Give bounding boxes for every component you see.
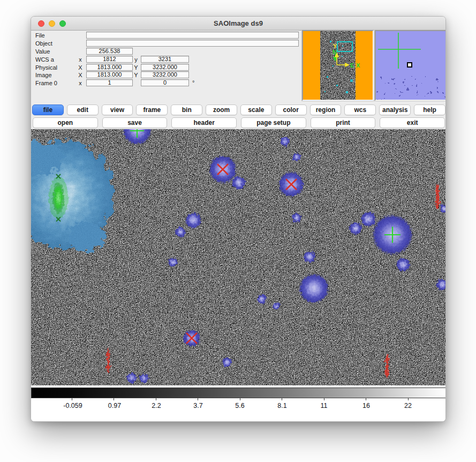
object-label: Object xyxy=(35,40,52,47)
zoom-button[interactable] xyxy=(59,20,66,27)
image-y-key: Y xyxy=(133,72,139,78)
colorbar-section: -0.059 0.97 2.2 3.7 5.6 8.1 11 16 22 xyxy=(31,385,446,422)
physical-y-field[interactable]: 3232.000 xyxy=(141,64,189,71)
frame-label: Frame 0 xyxy=(35,80,57,86)
title-bar[interactable]: SAOImage ds9 xyxy=(31,17,445,31)
app-window: SAOImage ds9 File Object Value 256.538 W… xyxy=(31,16,446,422)
star-blob xyxy=(280,137,290,146)
menu-analysis[interactable]: analysis xyxy=(379,105,411,115)
menu-view[interactable]: view xyxy=(102,105,133,115)
magnifier-panel[interactable] xyxy=(375,30,446,101)
degree-suffix: ° xyxy=(192,79,194,86)
wcs-x-key: x xyxy=(77,56,84,63)
image-x-key: X xyxy=(77,72,84,78)
open-button[interactable]: open xyxy=(33,117,98,128)
menu-bar: file edit view frame bin zoom scale colo… xyxy=(31,103,446,116)
image-y-field[interactable]: 3232.000 xyxy=(141,71,189,78)
star-blob xyxy=(168,257,178,267)
wcs-y-key: y xyxy=(133,56,139,63)
image-x-field[interactable]: 1813.000 xyxy=(86,71,133,78)
save-button[interactable]: save xyxy=(102,117,168,128)
window-title: SAOImage ds9 xyxy=(31,17,445,30)
star-blob xyxy=(257,294,267,304)
panner-panel[interactable]: Y N E X xyxy=(302,30,374,101)
star-blob xyxy=(232,176,246,190)
colorbar-tick xyxy=(72,398,72,400)
value-field[interactable]: 256.538 xyxy=(86,48,133,55)
physical-x-key: X xyxy=(77,64,84,71)
colorbar-label: 8.1 xyxy=(277,402,286,409)
object-field[interactable] xyxy=(86,40,299,47)
menu-bin[interactable]: bin xyxy=(171,105,202,115)
galaxy-core xyxy=(52,182,64,213)
colorbar[interactable] xyxy=(31,388,446,398)
star-blob xyxy=(292,153,301,161)
page-setup-button[interactable]: page setup xyxy=(241,117,306,128)
image-label: Image xyxy=(35,72,52,78)
file-label: File xyxy=(35,32,45,39)
colorbar-label: 2.2 xyxy=(152,402,161,409)
menu-frame[interactable]: frame xyxy=(136,105,168,115)
star-blob xyxy=(273,302,280,310)
frame-zoom-key: x xyxy=(77,80,84,86)
star-blob xyxy=(299,273,329,303)
menu-region[interactable]: region xyxy=(310,105,342,115)
minimize-button[interactable] xyxy=(49,20,55,27)
compass-x-label: X xyxy=(356,62,360,69)
wcs-x-field[interactable]: 1812 xyxy=(86,56,133,63)
close-button[interactable] xyxy=(38,20,44,27)
frame-rotation-field[interactable]: 0 xyxy=(141,79,189,86)
frame-zoom-field[interactable]: 1 xyxy=(86,79,133,86)
colorbar-tick xyxy=(156,398,156,400)
colorbar-tick xyxy=(408,398,409,400)
colorbar-tick xyxy=(324,398,324,400)
magnifier-cursor-box xyxy=(407,63,412,67)
file-action-bar: open save header page setup print exit xyxy=(31,116,446,129)
print-button[interactable]: print xyxy=(311,117,376,128)
star-blob xyxy=(139,374,149,383)
menu-wcs[interactable]: wcs xyxy=(344,105,376,115)
colorbar-tick xyxy=(282,398,282,400)
colorbar-tick xyxy=(240,398,240,400)
star-blob xyxy=(185,212,201,228)
menu-edit[interactable]: edit xyxy=(67,105,99,115)
star-blob xyxy=(222,357,232,367)
colorbar-tick xyxy=(114,398,114,400)
colorbar-label: 0.97 xyxy=(108,402,121,409)
compass-e-label: E xyxy=(350,62,354,69)
wcs-label: WCS a xyxy=(35,56,54,63)
menu-color[interactable]: color xyxy=(275,105,307,115)
star-blob xyxy=(126,372,137,383)
colorbar-tick xyxy=(366,398,366,400)
star-blob xyxy=(349,222,362,235)
colorbar-tick xyxy=(198,398,198,400)
menu-zoom[interactable]: zoom xyxy=(206,105,237,115)
physical-y-key: Y xyxy=(133,64,139,71)
physical-x-field[interactable]: 1813.000 xyxy=(86,64,133,71)
colorbar-label: 11 xyxy=(321,402,328,409)
exit-button[interactable]: exit xyxy=(380,117,445,128)
star-blob xyxy=(396,258,410,272)
physical-label: Physical xyxy=(35,64,57,71)
star-blob xyxy=(304,251,315,263)
value-label: Value xyxy=(35,48,50,55)
file-field[interactable] xyxy=(86,32,299,39)
header-button[interactable]: header xyxy=(171,117,237,128)
colorbar-label: 3.7 xyxy=(193,402,202,409)
image-canvas[interactable] xyxy=(31,129,446,385)
menu-file[interactable]: file xyxy=(32,105,64,115)
colorbar-label: 5.6 xyxy=(235,402,244,409)
star-blob xyxy=(292,213,301,222)
colorbar-label: 22 xyxy=(404,402,412,409)
menu-scale[interactable]: scale xyxy=(240,105,272,115)
star-blob xyxy=(361,212,376,227)
menu-help[interactable]: help xyxy=(414,105,445,115)
star-blob xyxy=(175,227,186,237)
colorbar-label: 16 xyxy=(362,402,370,409)
wcs-y-field[interactable]: 3231 xyxy=(141,56,189,63)
colorbar-label: -0.059 xyxy=(63,402,82,409)
